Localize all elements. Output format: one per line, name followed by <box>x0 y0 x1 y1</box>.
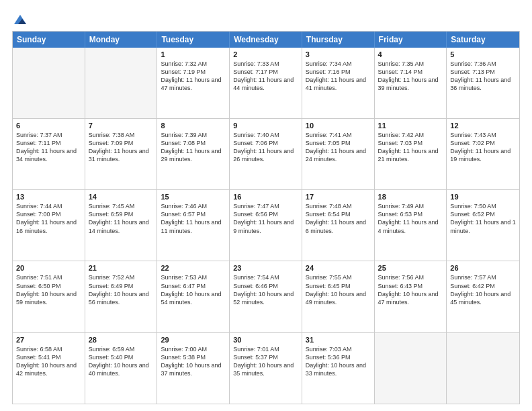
day-number: 20 <box>16 264 81 272</box>
day-info: Sunrise: 7:52 AM Sunset: 6:49 PM Dayligh… <box>89 273 154 306</box>
day-number: 16 <box>233 193 298 201</box>
day-info: Sunrise: 6:59 AM Sunset: 5:40 PM Dayligh… <box>89 345 154 378</box>
day-info: Sunrise: 7:47 AM Sunset: 6:56 PM Dayligh… <box>233 202 298 235</box>
day-info: Sunrise: 7:00 AM Sunset: 5:38 PM Dayligh… <box>161 345 226 378</box>
day-info: Sunrise: 7:44 AM Sunset: 7:00 PM Dayligh… <box>16 202 81 235</box>
calendar-day-21: 21Sunrise: 7:52 AM Sunset: 6:49 PM Dayli… <box>85 261 158 332</box>
calendar-day-6: 6Sunrise: 7:37 AM Sunset: 7:11 PM Daylig… <box>13 119 85 189</box>
day-info: Sunrise: 7:43 AM Sunset: 7:02 PM Dayligh… <box>450 131 516 164</box>
header-day-thursday: Thursday <box>302 32 375 48</box>
day-info: Sunrise: 7:40 AM Sunset: 7:06 PM Dayligh… <box>233 131 298 164</box>
day-number: 2 <box>233 50 298 58</box>
day-info: Sunrise: 7:39 AM Sunset: 7:08 PM Dayligh… <box>161 131 226 164</box>
day-number: 23 <box>233 264 298 272</box>
day-info: Sunrise: 7:33 AM Sunset: 7:17 PM Dayligh… <box>233 60 298 93</box>
header-day-saturday: Saturday <box>447 32 519 48</box>
day-info: Sunrise: 7:53 AM Sunset: 6:47 PM Dayligh… <box>161 273 226 306</box>
day-number: 6 <box>16 122 81 130</box>
calendar-row-3: 20Sunrise: 7:51 AM Sunset: 6:50 PM Dayli… <box>13 261 519 332</box>
day-info: Sunrise: 7:38 AM Sunset: 7:09 PM Dayligh… <box>89 131 154 164</box>
calendar-day-2: 2Sunrise: 7:33 AM Sunset: 7:17 PM Daylig… <box>230 48 302 118</box>
calendar-body: 1Sunrise: 7:32 AM Sunset: 7:19 PM Daylig… <box>13 48 519 404</box>
calendar-day-19: 19Sunrise: 7:50 AM Sunset: 6:52 PM Dayli… <box>447 190 519 261</box>
day-number: 7 <box>89 122 154 130</box>
header-day-monday: Monday <box>85 32 158 48</box>
day-number: 3 <box>306 50 371 58</box>
calendar-day-3: 3Sunrise: 7:34 AM Sunset: 7:16 PM Daylig… <box>302 48 375 118</box>
calendar-row-0: 1Sunrise: 7:32 AM Sunset: 7:19 PM Daylig… <box>13 48 519 118</box>
calendar-day-5: 5Sunrise: 7:36 AM Sunset: 7:13 PM Daylig… <box>447 48 519 118</box>
calendar-day-30: 30Sunrise: 7:01 AM Sunset: 5:37 PM Dayli… <box>230 333 302 404</box>
calendar-day-4: 4Sunrise: 7:35 AM Sunset: 7:14 PM Daylig… <box>375 48 447 118</box>
day-info: Sunrise: 7:48 AM Sunset: 6:54 PM Dayligh… <box>306 202 371 235</box>
calendar-day-11: 11Sunrise: 7:42 AM Sunset: 7:03 PM Dayli… <box>375 119 447 189</box>
day-info: Sunrise: 7:03 AM Sunset: 5:36 PM Dayligh… <box>306 345 371 378</box>
calendar-day-7: 7Sunrise: 7:38 AM Sunset: 7:09 PM Daylig… <box>85 119 158 189</box>
day-info: Sunrise: 7:01 AM Sunset: 5:37 PM Dayligh… <box>233 345 298 378</box>
calendar: SundayMondayTuesdayWednesdayThursdayFrid… <box>12 31 520 404</box>
day-number: 18 <box>378 193 443 201</box>
header-day-friday: Friday <box>375 32 447 48</box>
calendar-day-29: 29Sunrise: 7:00 AM Sunset: 5:38 PM Dayli… <box>157 333 230 404</box>
day-number: 14 <box>89 193 154 201</box>
day-info: Sunrise: 6:58 AM Sunset: 5:41 PM Dayligh… <box>16 345 81 378</box>
calendar-row-1: 6Sunrise: 7:37 AM Sunset: 7:11 PM Daylig… <box>13 118 519 189</box>
calendar-day-23: 23Sunrise: 7:54 AM Sunset: 6:46 PM Dayli… <box>230 261 302 332</box>
day-number: 12 <box>450 122 516 130</box>
day-info: Sunrise: 7:46 AM Sunset: 6:57 PM Dayligh… <box>161 202 226 235</box>
day-number: 1 <box>161 50 226 58</box>
calendar-day-25: 25Sunrise: 7:56 AM Sunset: 6:43 PM Dayli… <box>375 261 447 332</box>
logo <box>12 12 29 26</box>
calendar-day-12: 12Sunrise: 7:43 AM Sunset: 7:02 PM Dayli… <box>447 119 519 189</box>
calendar-day-18: 18Sunrise: 7:49 AM Sunset: 6:53 PM Dayli… <box>375 190 447 261</box>
calendar-empty <box>85 48 158 118</box>
calendar-day-9: 9Sunrise: 7:40 AM Sunset: 7:06 PM Daylig… <box>230 119 302 189</box>
day-number: 28 <box>89 336 154 344</box>
day-number: 19 <box>450 193 516 201</box>
day-number: 11 <box>378 122 443 130</box>
logo-text <box>12 12 28 26</box>
calendar-day-16: 16Sunrise: 7:47 AM Sunset: 6:56 PM Dayli… <box>230 190 302 261</box>
logo-icon <box>13 13 28 26</box>
day-info: Sunrise: 7:41 AM Sunset: 7:05 PM Dayligh… <box>306 131 371 164</box>
day-number: 24 <box>306 264 371 272</box>
calendar-empty <box>13 48 85 118</box>
day-info: Sunrise: 7:56 AM Sunset: 6:43 PM Dayligh… <box>378 273 443 306</box>
day-info: Sunrise: 7:34 AM Sunset: 7:16 PM Dayligh… <box>306 60 371 93</box>
day-info: Sunrise: 7:35 AM Sunset: 7:14 PM Dayligh… <box>378 60 443 93</box>
day-number: 30 <box>233 336 298 344</box>
day-number: 10 <box>306 122 371 130</box>
calendar-row-4: 27Sunrise: 6:58 AM Sunset: 5:41 PM Dayli… <box>13 332 519 404</box>
calendar-day-8: 8Sunrise: 7:39 AM Sunset: 7:08 PM Daylig… <box>157 119 230 189</box>
calendar-day-15: 15Sunrise: 7:46 AM Sunset: 6:57 PM Dayli… <box>157 190 230 261</box>
day-info: Sunrise: 7:37 AM Sunset: 7:11 PM Dayligh… <box>16 131 81 164</box>
day-number: 8 <box>161 122 226 130</box>
day-info: Sunrise: 7:51 AM Sunset: 6:50 PM Dayligh… <box>16 273 81 306</box>
day-number: 4 <box>378 50 443 58</box>
day-number: 29 <box>161 336 226 344</box>
day-number: 27 <box>16 336 81 344</box>
day-number: 31 <box>306 336 371 344</box>
calendar-day-22: 22Sunrise: 7:53 AM Sunset: 6:47 PM Dayli… <box>157 261 230 332</box>
calendar-day-24: 24Sunrise: 7:55 AM Sunset: 6:45 PM Dayli… <box>302 261 375 332</box>
day-info: Sunrise: 7:32 AM Sunset: 7:19 PM Dayligh… <box>161 60 226 93</box>
day-info: Sunrise: 7:50 AM Sunset: 6:52 PM Dayligh… <box>450 202 516 235</box>
calendar-empty <box>375 333 447 404</box>
calendar-day-20: 20Sunrise: 7:51 AM Sunset: 6:50 PM Dayli… <box>13 261 85 332</box>
day-info: Sunrise: 7:49 AM Sunset: 6:53 PM Dayligh… <box>378 202 443 235</box>
day-number: 26 <box>450 264 516 272</box>
header-day-wednesday: Wednesday <box>230 32 302 48</box>
day-number: 21 <box>89 264 154 272</box>
day-number: 5 <box>450 50 516 58</box>
calendar-day-10: 10Sunrise: 7:41 AM Sunset: 7:05 PM Dayli… <box>302 119 375 189</box>
day-number: 25 <box>378 264 443 272</box>
day-number: 15 <box>161 193 226 201</box>
header-day-sunday: Sunday <box>13 32 85 48</box>
calendar-day-27: 27Sunrise: 6:58 AM Sunset: 5:41 PM Dayli… <box>13 333 85 404</box>
day-number: 9 <box>233 122 298 130</box>
day-info: Sunrise: 7:42 AM Sunset: 7:03 PM Dayligh… <box>378 131 443 164</box>
page: SundayMondayTuesdayWednesdayThursdayFrid… <box>0 0 532 411</box>
header-day-tuesday: Tuesday <box>157 32 230 48</box>
calendar-day-31: 31Sunrise: 7:03 AM Sunset: 5:36 PM Dayli… <box>302 333 375 404</box>
day-number: 22 <box>161 264 226 272</box>
